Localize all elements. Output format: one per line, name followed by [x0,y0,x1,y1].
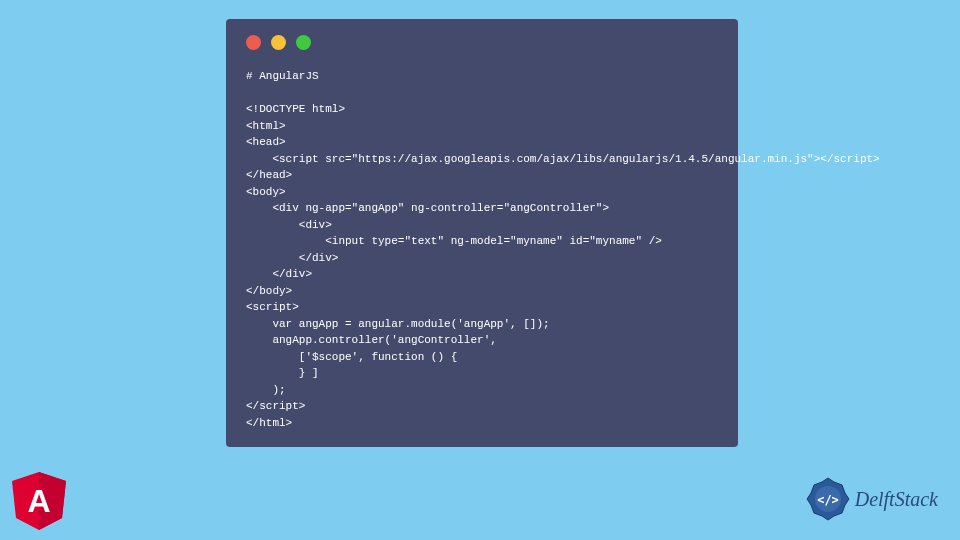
code-line: </body> [246,285,292,297]
code-line: </html> [246,417,292,429]
delftstack-logo: </> DelftStack [805,476,938,522]
code-content: # AngularJS <!DOCTYPE html> <html> <head… [246,68,718,431]
code-line: <script src="https://ajax.googleapis.com… [246,153,880,165]
code-line: </head> [246,169,292,181]
code-line: <div> [246,219,332,231]
code-line: angApp.controller('angController', [246,334,497,346]
svg-text:</>: </> [817,493,839,507]
code-line: <script> [246,301,299,313]
minimize-icon [271,35,286,50]
code-title: # AngularJS [246,70,319,82]
maximize-icon [296,35,311,50]
delftstack-text: DelftStack [855,488,938,511]
code-line: <html> [246,120,286,132]
code-line: <div ng-app="angApp" ng-controller="angC… [246,202,609,214]
code-line: ['$scope', function () { [246,351,457,363]
close-icon [246,35,261,50]
code-line: <body> [246,186,286,198]
code-line: } ] [246,367,319,379]
svg-text:A: A [27,483,50,519]
angular-logo-icon: A [12,472,66,530]
code-line: ); [246,384,286,396]
code-line: var angApp = angular.module('angApp', []… [246,318,550,330]
code-line: <head> [246,136,286,148]
code-line: </script> [246,400,305,412]
code-line: <input type="text" ng-model="myname" id=… [246,235,662,247]
code-line: </div> [246,252,338,264]
code-line: </div> [246,268,312,280]
code-line: <!DOCTYPE html> [246,103,345,115]
delftstack-badge-icon: </> [805,476,851,522]
code-window: # AngularJS <!DOCTYPE html> <html> <head… [226,19,738,447]
window-controls [246,35,718,50]
